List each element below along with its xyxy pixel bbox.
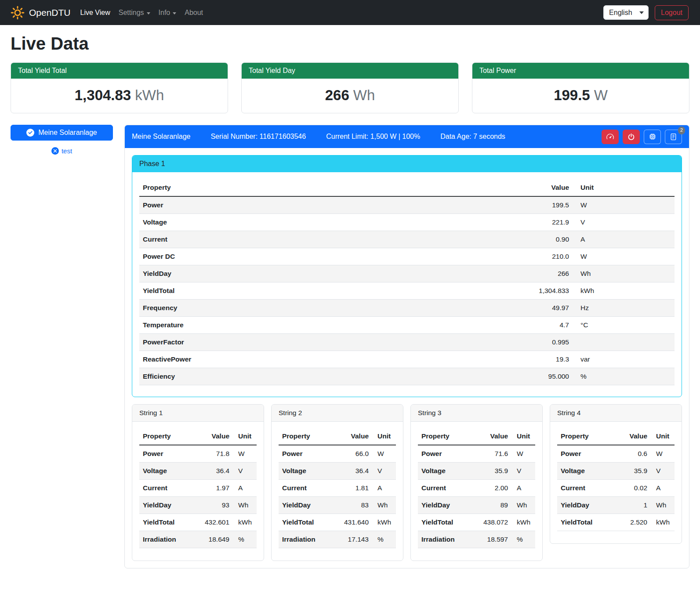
table-row: YieldTotal431.640kWh xyxy=(279,514,396,531)
table-row: YieldTotal432.601kWh xyxy=(139,514,257,531)
column-header-value: Value xyxy=(197,428,233,445)
column-header-value: Value xyxy=(336,428,372,445)
test-chip-label: test xyxy=(62,147,72,155)
inverter-select-button[interactable]: Meine Solaranlage xyxy=(11,125,113,141)
row-property: Current xyxy=(418,480,475,497)
row-property: YieldDay xyxy=(279,497,336,514)
sidebar: Meine Solaranlage test xyxy=(11,125,113,155)
summary-cards: Total Yield Total 1,304.83kWh Total Yiel… xyxy=(11,62,689,113)
row-property: YieldTotal xyxy=(139,282,398,300)
phase-card: Phase 1 Property Value Unit xyxy=(132,155,682,397)
row-property: Power DC xyxy=(139,248,398,265)
row-value: 431.640 xyxy=(336,514,372,531)
card-unit: kWh xyxy=(135,87,164,103)
row-value: 95.000 xyxy=(398,368,573,385)
table-row: Power71.6W xyxy=(418,445,535,463)
total-yield-total-card: Total Yield Total 1,304.83kWh xyxy=(11,62,228,113)
table-row: Current0.02A xyxy=(557,480,675,497)
test-chip[interactable]: test xyxy=(11,147,113,155)
column-header-property: Property xyxy=(139,428,197,445)
row-property: Temperature xyxy=(139,317,398,334)
row-value: 19.3 xyxy=(398,351,573,368)
row-value: 0.6 xyxy=(615,445,651,463)
row-property: Current xyxy=(557,480,615,497)
event-log-button[interactable]: 2 xyxy=(665,130,682,144)
nav-live-view[interactable]: Live View xyxy=(80,9,110,17)
row-unit xyxy=(573,334,675,351)
row-unit: W xyxy=(573,248,675,265)
row-unit: V xyxy=(233,463,257,480)
row-property: YieldDay xyxy=(418,497,475,514)
brand[interactable]: OpenDTU xyxy=(11,6,71,20)
string-card-title: String 4 xyxy=(550,405,682,422)
row-value: 266 xyxy=(398,265,573,282)
limit-settings-button[interactable] xyxy=(602,130,619,144)
power-button[interactable] xyxy=(623,130,640,144)
brand-label: OpenDTU xyxy=(29,7,71,18)
phase-card-title: Phase 1 xyxy=(132,156,682,172)
table-row: YieldDay83Wh xyxy=(279,497,396,514)
table-row: Irradiation18.597% xyxy=(418,531,535,548)
row-unit: kWh xyxy=(511,514,535,531)
row-property: Current xyxy=(139,231,398,248)
device-info-button[interactable] xyxy=(644,130,661,144)
row-unit: A xyxy=(511,480,535,497)
row-property: Voltage xyxy=(279,463,336,480)
string-cards: String 1 Property Value Unit xyxy=(132,404,682,561)
total-power-card: Total Power 199.5W xyxy=(472,62,689,113)
row-unit: A xyxy=(573,231,675,248)
row-unit: Hz xyxy=(573,300,675,317)
row-value: 93 xyxy=(197,497,233,514)
current-limit: Current Limit: 1,500 W | 100% xyxy=(326,133,420,141)
row-value: 1,304.833 xyxy=(398,282,573,300)
row-unit: V xyxy=(651,463,675,480)
inverter-panel: Meine Solaranlage Serial Number: 1161716… xyxy=(124,125,689,568)
table-row: YieldDay266Wh xyxy=(139,265,675,282)
column-header-unit: Unit xyxy=(233,428,257,445)
table-row: YieldTotal2.520kWh xyxy=(557,514,675,531)
nav-info[interactable]: Info xyxy=(159,9,177,17)
row-property: Power xyxy=(139,196,398,214)
table-row: Temperature4.7°C xyxy=(139,317,675,334)
row-unit: W xyxy=(372,445,396,463)
row-value: 0.995 xyxy=(398,334,573,351)
row-property: Power xyxy=(279,445,336,463)
row-property: Current xyxy=(279,480,336,497)
sun-icon xyxy=(11,6,25,20)
column-header-value: Value xyxy=(615,428,651,445)
row-value: 17.143 xyxy=(336,531,372,548)
row-property: Voltage xyxy=(139,463,197,480)
language-select[interactable]: English xyxy=(603,5,649,20)
row-value: 2.520 xyxy=(615,514,651,531)
table-row: Voltage36.4V xyxy=(279,463,396,480)
row-value: 1.97 xyxy=(197,480,233,497)
nav-settings[interactable]: Settings xyxy=(119,9,150,17)
row-unit: % xyxy=(372,531,396,548)
row-property: ReactivePower xyxy=(139,351,398,368)
nav-info-label: Info xyxy=(159,9,170,17)
x-circle-icon[interactable] xyxy=(51,147,59,155)
row-unit: W xyxy=(511,445,535,463)
table-row: Power66.0W xyxy=(279,445,396,463)
row-value: 35.9 xyxy=(475,463,511,480)
table-row: Voltage35.9V xyxy=(557,463,675,480)
row-unit: % xyxy=(573,368,675,385)
row-unit: Wh xyxy=(372,497,396,514)
column-header-property: Property xyxy=(418,428,475,445)
table-header-row: Property Value Unit xyxy=(418,428,535,445)
row-property: Power xyxy=(418,445,475,463)
row-unit: Wh xyxy=(573,265,675,282)
string-1-card: String 1 Property Value Unit xyxy=(132,404,264,561)
nav-settings-label: Settings xyxy=(119,9,144,17)
row-property: YieldDay xyxy=(139,497,197,514)
card-value: 1,304.83 xyxy=(75,87,131,103)
row-value: 71.8 xyxy=(197,445,233,463)
table-row: Current2.00A xyxy=(418,480,535,497)
row-value: 71.6 xyxy=(475,445,511,463)
logout-button[interactable]: Logout xyxy=(655,5,689,20)
nav-about[interactable]: About xyxy=(185,9,203,17)
row-property: YieldTotal xyxy=(557,514,615,531)
event-count-badge: 2 xyxy=(678,127,685,134)
row-unit: W xyxy=(573,196,675,214)
table-header-row: Property Value Unit xyxy=(557,428,675,445)
